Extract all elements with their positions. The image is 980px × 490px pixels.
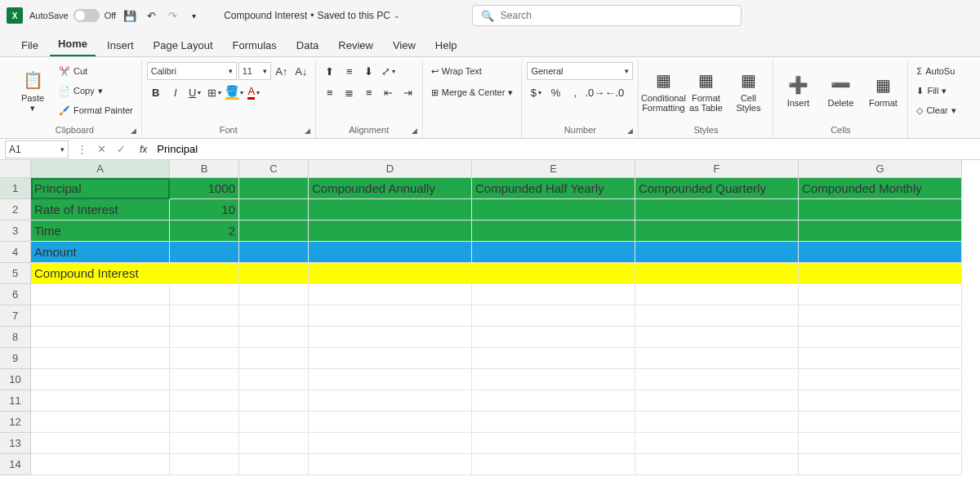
cell-A1[interactable]: Principal [31,178,170,199]
cell-B4[interactable] [170,242,239,263]
cell-E8[interactable] [472,327,635,348]
cell-B11[interactable] [170,390,239,412]
cell-G14[interactable] [799,454,962,475]
cell-G5[interactable] [799,263,962,284]
autosave-toggle[interactable]: AutoSave Off [29,9,116,22]
col-header-C[interactable]: C [239,160,309,178]
cell-B10[interactable] [170,369,239,390]
cell-B8[interactable] [170,327,239,348]
tab-page-layout[interactable]: Page Layout [145,34,221,56]
cancel-formula-icon[interactable]: ✕ [92,140,110,158]
tab-formulas[interactable]: Formulas [225,34,285,56]
cell-D8[interactable] [309,327,472,348]
increase-decimal-icon[interactable]: .0→ [586,83,604,101]
cell-B13[interactable] [170,433,239,454]
fill-color-button[interactable]: 🪣 [225,83,243,101]
cell-F11[interactable] [635,390,799,412]
cell-E4[interactable] [472,242,635,263]
redo-icon[interactable]: ↷ [165,8,180,23]
row-header-5[interactable]: 5 [0,263,31,284]
cell-B14[interactable] [170,454,239,475]
cell-styles-button[interactable]: ▦Cell Styles [728,62,768,121]
align-bottom-icon[interactable]: ⬇ [360,62,378,80]
font-launcher[interactable]: ◢ [305,127,310,135]
cell-E12[interactable] [472,412,635,433]
conditional-formatting-button[interactable]: ▦Conditional Formatting [644,62,683,121]
increase-indent-icon[interactable]: ⇥ [399,83,417,101]
align-right-icon[interactable]: ≡ [360,83,378,101]
align-top-icon[interactable]: ⬆ [321,62,339,80]
align-left-icon[interactable]: ≡ [321,83,339,101]
number-format-combo[interactable]: General▾ [527,62,633,80]
format-as-table-button[interactable]: ▦Format as Table [686,62,725,121]
italic-button[interactable]: I [167,83,185,101]
cell-E9[interactable] [472,348,635,369]
align-center-icon[interactable]: ≣ [341,83,359,101]
number-launcher[interactable]: ◢ [627,127,633,135]
cell-C3[interactable] [239,220,309,242]
autosum-button[interactable]: ΣAutoSu [913,62,958,80]
name-box[interactable]: A1▾ [5,140,69,158]
tab-help[interactable]: Help [427,34,466,56]
row-header-14[interactable]: 14 [0,454,31,475]
tab-file[interactable]: File [13,34,47,56]
row-header-11[interactable]: 11 [0,390,31,412]
cell-F14[interactable] [635,454,799,475]
cell-D13[interactable] [309,433,472,454]
cell-D7[interactable] [309,305,472,327]
cell-D11[interactable] [309,390,472,412]
cell-D4[interactable] [309,242,472,263]
orientation-icon[interactable]: ⤢ [380,62,398,80]
cell-F8[interactable] [635,327,799,348]
cell-D9[interactable] [309,348,472,369]
cell-E7[interactable] [472,305,635,327]
cell-A10[interactable] [31,369,170,390]
cell-F13[interactable] [635,433,799,454]
cell-A3[interactable]: Time [31,220,170,242]
cell-G4[interactable] [799,242,962,263]
cell-F4[interactable] [635,242,799,263]
col-header-D[interactable]: D [309,160,472,178]
cell-B1[interactable]: 1000 [170,178,239,199]
cell-E5[interactable] [472,263,635,284]
copy-button[interactable]: 📄Copy ▾ [56,82,136,100]
cell-D6[interactable] [309,284,472,305]
cell-B7[interactable] [170,305,239,327]
cell-G12[interactable] [799,412,962,433]
search-input[interactable]: 🔍 [472,5,742,26]
underline-button[interactable]: U [186,83,204,101]
cell-G10[interactable] [799,369,962,390]
cell-C1[interactable] [239,178,309,199]
cell-B2[interactable]: 10 [170,199,239,220]
col-header-G[interactable]: G [799,160,962,178]
col-header-A[interactable]: A [31,160,170,178]
cell-E14[interactable] [472,454,635,475]
row-header-10[interactable]: 10 [0,369,31,390]
format-painter-button[interactable]: 🖌️Format Painter [56,101,136,119]
cell-E6[interactable] [472,284,635,305]
cell-A9[interactable] [31,348,170,369]
cell-E1[interactable]: Compunded Half Yearly [472,178,635,199]
cell-G1[interactable]: Compounded Monthly [799,178,962,199]
cell-C6[interactable] [239,284,309,305]
cell-A5[interactable]: Compound Interest [31,263,170,284]
clipboard-launcher[interactable]: ◢ [131,127,136,135]
row-header-6[interactable]: 6 [0,284,31,305]
cell-D2[interactable] [309,199,472,220]
cell-B6[interactable] [170,284,239,305]
row-header-1[interactable]: 1 [0,178,31,199]
wrap-text-button[interactable]: ↩Wrap Text [428,62,485,80]
format-cells-button[interactable]: ▦Format [863,62,902,121]
font-size-combo[interactable]: 11▾ [238,62,271,80]
tab-view[interactable]: View [385,34,424,56]
delete-cells-button[interactable]: ➖Delete [821,62,860,121]
decrease-decimal-icon[interactable]: ←.0 [605,83,623,101]
tab-home[interactable]: Home [50,33,96,56]
select-all-corner[interactable] [0,160,31,178]
cell-G7[interactable] [799,305,962,327]
cell-A11[interactable] [31,390,170,412]
row-header-12[interactable]: 12 [0,412,31,433]
cell-F2[interactable] [635,199,799,220]
row-header-13[interactable]: 13 [0,433,31,454]
cell-C9[interactable] [239,348,309,369]
